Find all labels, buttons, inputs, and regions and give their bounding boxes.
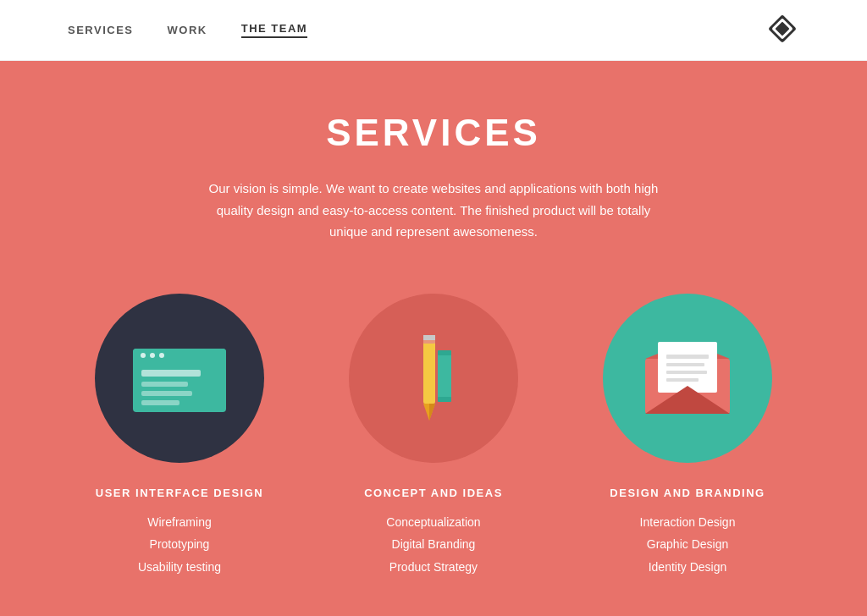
list-item: Graphic Design [640,533,736,556]
section-description: Our vision is simple. We want to create … [205,178,662,243]
services-section: SERVICES Our vision is simple. We want t… [0,61,867,616]
svg-marker-15 [429,404,435,421]
svg-rect-17 [423,335,435,340]
nav-work[interactable]: WORK [168,24,207,36]
card-title-concept: CONCEPT AND IDEAS [364,487,503,499]
svg-rect-24 [666,355,709,359]
card-branding: DESIGN AND BRANDING Interaction Design G… [586,294,789,579]
list-item: Prototyping [138,533,221,556]
svg-rect-9 [141,370,201,377]
svg-rect-20 [438,397,451,402]
svg-rect-12 [141,400,179,405]
svg-rect-13 [423,340,435,404]
list-item: Wireframing [138,511,221,534]
card-list-concept: Conceptualization Digital Branding Produ… [386,511,480,579]
list-item: Usability testing [138,556,221,579]
svg-rect-11 [141,391,192,396]
list-item: Product Strategy [386,556,480,579]
svg-point-7 [150,353,155,358]
card-title-ui: USER INTERFACE DESIGN [96,487,263,499]
main-nav: SERVICES WORK THE TEAM [68,22,307,38]
card-circle-branding [603,294,772,463]
list-item: Conceptualization [386,511,480,534]
list-item: Interaction Design [640,511,736,534]
header: SERVICES WORK THE TEAM [0,0,867,61]
svg-rect-18 [438,353,451,399]
svg-rect-23 [658,342,717,393]
section-title: SERVICES [326,112,541,154]
svg-rect-10 [141,382,188,387]
svg-rect-25 [666,363,704,366]
list-item: Identity Design [640,556,736,579]
card-circle-concept [349,294,518,463]
nav-the-team[interactable]: THE TEAM [241,22,307,38]
svg-rect-5 [133,355,226,362]
card-concept: CONCEPT AND IDEAS Conceptualization Digi… [332,294,535,579]
svg-point-6 [141,353,146,358]
card-ui-design: USER INTERFACE DESIGN Wireframing Protot… [78,294,281,579]
svg-rect-19 [438,350,451,355]
nav-services[interactable]: SERVICES [68,24,134,36]
card-circle-ui [95,294,264,463]
svg-point-8 [159,353,164,358]
logo-icon[interactable] [765,12,799,49]
svg-rect-27 [666,378,699,382]
card-title-branding: DESIGN AND BRANDING [610,487,765,499]
list-item: Digital Branding [386,533,480,556]
card-list-branding: Interaction Design Graphic Design Identi… [640,511,736,579]
card-list-ui: Wireframing Prototyping Usability testin… [138,511,221,579]
cards-row: USER INTERFACE DESIGN Wireframing Protot… [78,294,789,579]
svg-rect-26 [666,371,707,374]
